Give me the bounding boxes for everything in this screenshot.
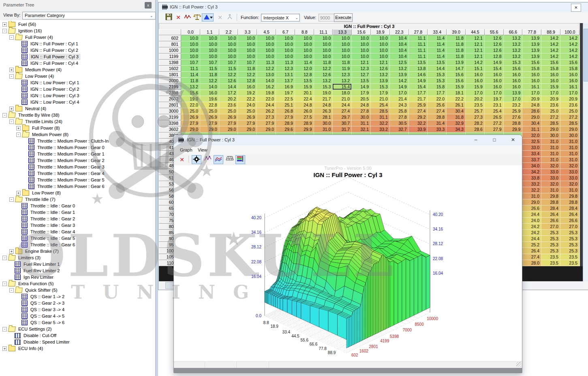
tree-item[interactable]: +Medium Power (4) xyxy=(0,66,155,73)
map-cell[interactable]: 32.0 xyxy=(541,163,560,169)
tree-item[interactable]: -Throttle Idle (7) xyxy=(0,196,155,203)
map-cell[interactable]: 23.2 xyxy=(504,102,523,108)
map-cell[interactable]: 12.2 xyxy=(219,72,238,78)
save-button[interactable] xyxy=(164,13,173,21)
map-cell[interactable]: 14.4 xyxy=(428,66,447,72)
map-cell[interactable]: 11.8 xyxy=(238,66,257,72)
map-cell[interactable]: 10.0 xyxy=(257,41,276,47)
map-cell[interactable]: 10.0 xyxy=(314,35,333,41)
map-cell[interactable]: 15.4 xyxy=(333,84,352,90)
map-cell[interactable]: 11.5 xyxy=(200,66,219,72)
map-cell[interactable]: 28.8 xyxy=(541,199,560,205)
map-cell[interactable]: 16.0 xyxy=(485,72,504,78)
map-cell[interactable]: 14.2 xyxy=(541,35,560,41)
trace-graph-button[interactable] xyxy=(183,13,192,21)
map-cell[interactable]: 27.9 xyxy=(257,120,276,126)
row-header[interactable]: 2602 xyxy=(159,96,181,102)
map-cell[interactable]: 11.1 xyxy=(409,47,428,53)
map-cell[interactable]: 25.3 xyxy=(560,242,579,248)
function-dropdown[interactable]: Interpolate X ⌄ xyxy=(261,14,300,21)
tree-item[interactable]: +Engine Brake (7) xyxy=(0,248,155,254)
map-cell[interactable]: 25.3 xyxy=(560,230,579,236)
column-header[interactable]: 22.3 xyxy=(390,29,409,35)
map-cell[interactable]: 17.0 xyxy=(560,90,579,96)
map-cell[interactable]: 26.9 xyxy=(200,114,219,120)
map-cell[interactable]: 20.9 xyxy=(541,96,560,102)
tree-item[interactable]: Throttle :: Medium Power : Gear 5 xyxy=(0,177,155,183)
map-cell[interactable]: 12.6 xyxy=(485,35,504,41)
map-cell[interactable]: 17.2 xyxy=(219,90,238,96)
map-cell[interactable]: 31.0 xyxy=(560,157,579,163)
map-cell[interactable]: 24.8 xyxy=(295,102,314,108)
map-cell[interactable]: 31.8 xyxy=(447,114,466,120)
map-cell[interactable]: 29.0 xyxy=(522,114,541,120)
map-cell[interactable]: 33.0 xyxy=(541,175,560,181)
tree-item[interactable]: -Limiters (3) xyxy=(0,254,155,261)
map-cell[interactable]: 32.0 xyxy=(560,163,579,169)
expand-icon[interactable]: + xyxy=(16,191,21,195)
tree-item[interactable]: -Ignition (16) xyxy=(0,28,155,34)
map-cell[interactable]: 28.5 xyxy=(560,120,579,126)
table-window-titlebar[interactable]: IGN :: Full Power : Cyl 3 ✕ xyxy=(158,2,588,12)
tree-item[interactable]: QS :: Gear 4 -> 5 xyxy=(0,313,155,319)
map-cell[interactable]: 10.0 xyxy=(219,53,238,60)
map-cell[interactable]: 17.0 xyxy=(390,90,409,96)
map-cell[interactable]: 33.2 xyxy=(371,126,390,132)
map-cell[interactable]: 26.6 xyxy=(560,218,579,224)
tree-item[interactable]: +Neutral (4) xyxy=(0,105,155,112)
map-cell[interactable]: 15.9 xyxy=(541,84,560,90)
map-cell[interactable]: 12.8 xyxy=(295,72,314,78)
map-cell[interactable]: 11.8 xyxy=(447,35,466,41)
column-header[interactable]: 1.1 xyxy=(200,29,219,35)
map-cell[interactable]: 26.9 xyxy=(219,114,238,120)
map-cell[interactable]: 15.3 xyxy=(428,72,447,78)
row-header[interactable]: 3602 xyxy=(159,126,181,132)
map-cell[interactable]: 10.0 xyxy=(181,47,200,53)
map-cell[interactable]: 17.0 xyxy=(541,90,560,96)
map-cell[interactable]: 22.4 xyxy=(295,96,314,102)
map-cell[interactable]: 16.0 xyxy=(504,84,523,90)
collapse-icon[interactable]: - xyxy=(2,113,7,118)
map-cell[interactable]: 10.0 xyxy=(295,41,314,47)
tree-item[interactable]: Throttle :: Idle : Gear 6 xyxy=(0,241,155,248)
map-cell[interactable]: 19.7 xyxy=(485,96,504,102)
map-cell[interactable]: 26.4 xyxy=(560,212,579,218)
close-icon[interactable]: ✕ xyxy=(571,4,581,12)
map-cell[interactable]: 33.0 xyxy=(560,175,579,181)
tree-item[interactable]: -Extra Function (5) xyxy=(0,280,155,287)
map-cell[interactable]: 16.0 xyxy=(522,78,541,84)
map-cell[interactable]: 16.2 xyxy=(257,84,276,90)
map-cell[interactable]: 16.0 xyxy=(541,78,560,84)
map-cell[interactable]: 27.9 xyxy=(276,114,295,120)
map-cell[interactable]: 28.9 xyxy=(276,120,295,126)
map-cell[interactable]: 14.2 xyxy=(560,41,579,47)
map-cell[interactable]: 22.0 xyxy=(428,96,447,102)
map-cell[interactable]: 27.0 xyxy=(541,224,560,230)
map-cell[interactable]: 11.5 xyxy=(219,66,238,72)
map-cell[interactable]: 14.2 xyxy=(560,53,579,60)
collapse-icon[interactable]: - xyxy=(9,197,14,202)
map-cell[interactable]: 23.5 xyxy=(466,102,485,108)
map-cell[interactable]: 30.0 xyxy=(352,114,371,120)
map-cell[interactable]: 27.5 xyxy=(295,114,314,120)
map-cell[interactable]: 27.9 xyxy=(485,126,504,132)
map-cell[interactable]: 16.0 xyxy=(238,84,257,90)
map-cell[interactable]: 13.9 xyxy=(522,53,541,60)
map-cell[interactable]: 26.6 xyxy=(541,218,560,224)
tree-item[interactable]: Throttle :: Idle : Gear 4 xyxy=(0,229,155,235)
map-cell[interactable]: 10.7 xyxy=(181,60,200,66)
map-cell[interactable]: 23.5 xyxy=(560,260,579,266)
map-cell[interactable]: 24.4 xyxy=(522,212,541,218)
resize-grip[interactable] xyxy=(516,362,521,367)
map-cell[interactable]: 13.5 xyxy=(409,60,428,66)
tree-item[interactable]: -Throttle By Wire (38) xyxy=(0,112,155,118)
map-cell[interactable]: 14.4 xyxy=(219,84,238,90)
row-header[interactable]: 3199 xyxy=(159,114,181,120)
map-cell[interactable]: 27.9 xyxy=(200,120,219,126)
row-header[interactable]: 3398 xyxy=(159,120,181,126)
tree-item[interactable]: +Low Power (8) xyxy=(0,190,155,196)
map-cell[interactable]: 31.1 xyxy=(371,114,390,120)
map-cell[interactable]: 21.7 xyxy=(314,96,333,102)
map-cell[interactable]: 13.2 xyxy=(314,78,333,84)
map-cell[interactable]: 15.3 xyxy=(371,84,390,90)
